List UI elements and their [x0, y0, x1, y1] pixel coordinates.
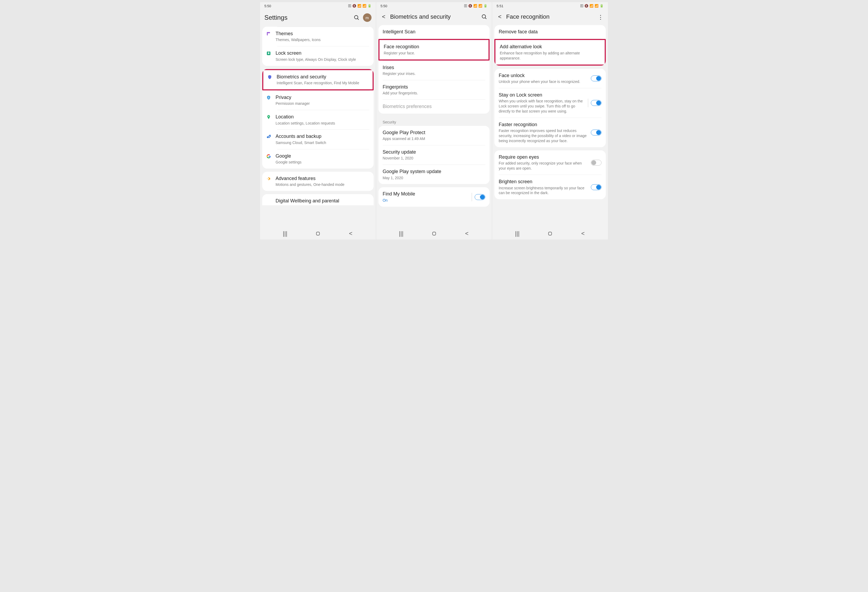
item-title: Accounts and backup: [276, 133, 369, 139]
screen-face-recognition: 5:51 ⚿ 🔇 📶 📶 🔋 < Face recognition ⋯ Remo…: [492, 2, 608, 240]
mute-icon: 🔇: [352, 4, 356, 8]
google-icon: [266, 153, 276, 159]
wellbeing-icon: [266, 198, 276, 198]
wifi-icon: 📶: [357, 4, 362, 8]
item-advanced-features[interactable]: Advanced features Motions and gestures, …: [262, 172, 373, 191]
toggle-face-unlock[interactable]: [591, 75, 601, 81]
item-stay-on-lock-screen[interactable]: Stay on Lock screen When you unlock with…: [495, 88, 588, 118]
status-icons: ⚿ 🔇 📶 📶 🔋: [580, 4, 604, 8]
item-sub: Themes, Wallpapers, Icons: [276, 37, 369, 42]
item-title: Face recognition: [384, 44, 484, 50]
item-google[interactable]: Google Google settings: [262, 149, 373, 169]
nav-home[interactable]: [315, 231, 321, 236]
card-face-top: Remove face data Add alternative look En…: [495, 25, 606, 66]
item-title: Irises: [383, 65, 486, 71]
signal-icon: 📶: [478, 4, 483, 8]
status-time: 5:50: [381, 4, 387, 8]
settings-list: Themes Themes, Wallpapers, Icons Lock sc…: [260, 27, 376, 228]
nav-back[interactable]: <: [347, 230, 354, 237]
page-title: Face recognition: [506, 13, 594, 20]
item-title: Privacy: [276, 95, 369, 101]
nav-recents[interactable]: |||: [282, 230, 288, 237]
item-sub: Enhance face recognition by adding an al…: [500, 51, 601, 61]
svg-rect-3: [268, 53, 269, 54]
vpn-icon: ⚿: [580, 4, 583, 8]
toggle-brighten-screen[interactable]: [591, 184, 601, 190]
item-sub: Intelligent Scan, Face recognition, Find…: [277, 80, 368, 86]
item-play-system-update[interactable]: Google Play system update May 1, 2020: [378, 165, 490, 184]
nav-recents[interactable]: |||: [398, 230, 404, 237]
item-sub: Unlock your phone when your face is reco…: [499, 79, 587, 84]
face-list: Remove face data Add alternative look En…: [492, 25, 608, 228]
item-face-unlock[interactable]: Face unlock Unlock your phone when your …: [495, 69, 591, 88]
item-biometrics-security[interactable]: Biometrics and security Intelligent Scan…: [262, 69, 373, 90]
item-lock-screen[interactable]: Lock screen Screen lock type, Always On …: [262, 46, 373, 66]
item-digital-wellbeing[interactable]: Digital Wellbeing and parental: [262, 194, 373, 205]
toggle-find-my-mobile[interactable]: [475, 194, 485, 200]
status-time: 5:50: [264, 4, 271, 8]
item-find-my-mobile[interactable]: Find My Mobile On: [378, 187, 472, 206]
item-add-alternative-look[interactable]: Add alternative look Enhance face recogn…: [495, 39, 606, 65]
more-icon[interactable]: ⋯: [597, 13, 604, 20]
signal-icon: 📶: [362, 4, 366, 8]
item-title: Face unlock: [499, 73, 587, 78]
svg-point-6: [268, 116, 269, 117]
card-face-unlock-options: Face unlock Unlock your phone when your …: [495, 69, 606, 147]
status-icons: ⚿ 🔇 📶 📶 🔋: [348, 4, 372, 8]
back-button[interactable]: <: [381, 13, 387, 20]
item-title: Biometrics and security: [277, 74, 368, 80]
nav-bar: ||| <: [376, 228, 492, 240]
card-personalization: Themes Themes, Wallpapers, Icons Lock sc…: [262, 27, 373, 66]
item-title: Stay on Lock screen: [499, 92, 584, 98]
battery-icon: 🔋: [483, 4, 487, 8]
svg-rect-5: [269, 97, 269, 98]
toggle-stay-on-lock[interactable]: [591, 100, 601, 106]
back-button[interactable]: <: [496, 13, 503, 20]
item-accounts-backup[interactable]: Accounts and backup Samsung Cloud, Smart…: [262, 130, 373, 149]
toggle-require-open-eyes[interactable]: [591, 160, 601, 166]
item-face-recognition[interactable]: Face recognition Register your face.: [378, 39, 490, 60]
item-sub: Apps scanned at 1:49 AM: [383, 136, 486, 141]
nav-home[interactable]: [431, 231, 437, 236]
card-security: Biometrics and security Intelligent Scan…: [262, 69, 373, 169]
nav-home[interactable]: [547, 231, 553, 236]
item-brighten-screen[interactable]: Brighten screen Increase screen brightne…: [495, 175, 591, 199]
card-advanced: Advanced features Motions and gestures, …: [262, 172, 373, 191]
item-fingerprints[interactable]: Fingerprints Add your fingerprints.: [378, 80, 490, 99]
card-face-extra: Require open eyes For added security, on…: [495, 150, 606, 199]
svg-point-0: [354, 15, 358, 19]
app-header: Settings m: [260, 10, 376, 27]
item-irises[interactable]: Irises Register your irises.: [378, 61, 490, 80]
item-remove-face-data[interactable]: Remove face data: [495, 25, 606, 38]
toggle-divider: [588, 99, 588, 107]
nav-back[interactable]: <: [464, 230, 470, 237]
svg-rect-12: [548, 232, 552, 235]
avatar[interactable]: m: [363, 13, 372, 22]
battery-icon: 🔋: [599, 4, 604, 8]
item-title: Add alternative look: [500, 44, 601, 50]
item-faster-recognition[interactable]: Faster recognition Faster recognition im…: [495, 118, 591, 147]
item-privacy[interactable]: Privacy Permission manager: [262, 91, 373, 110]
screen-settings: 5:50 ⚿ 🔇 📶 📶 🔋 Settings m Themes Themes: [260, 2, 376, 240]
item-sub: November 1, 2020: [383, 156, 486, 161]
status-bar: 5:50 ⚿ 🔇 📶 📶 🔋: [376, 2, 492, 10]
item-require-open-eyes[interactable]: Require open eyes For added security, on…: [495, 150, 591, 175]
item-play-protect[interactable]: Google Play Protect Apps scanned at 1:49…: [378, 126, 490, 145]
item-title: Faster recognition: [499, 121, 587, 128]
item-title: Security update: [383, 149, 486, 155]
item-location[interactable]: Location Location settings, Location req…: [262, 110, 373, 129]
svg-line-1: [357, 19, 359, 20]
nav-recents[interactable]: |||: [514, 230, 521, 237]
item-security-update[interactable]: Security update November 1, 2020: [378, 145, 490, 164]
item-sub: Register your irises.: [383, 71, 486, 76]
item-intelligent-scan[interactable]: Intelligent Scan: [378, 25, 490, 38]
toggle-faster-recognition[interactable]: [591, 130, 601, 135]
item-title: Themes: [276, 31, 369, 37]
item-biometrics-preferences[interactable]: Biometrics preferences: [378, 100, 490, 113]
search-icon[interactable]: [481, 13, 487, 20]
item-themes[interactable]: Themes Themes, Wallpapers, Icons: [262, 27, 373, 46]
item-sub: Add your fingerprints.: [383, 91, 486, 96]
app-header: < Biometrics and security: [376, 10, 492, 25]
search-icon[interactable]: [353, 15, 360, 21]
nav-back[interactable]: <: [580, 230, 586, 237]
